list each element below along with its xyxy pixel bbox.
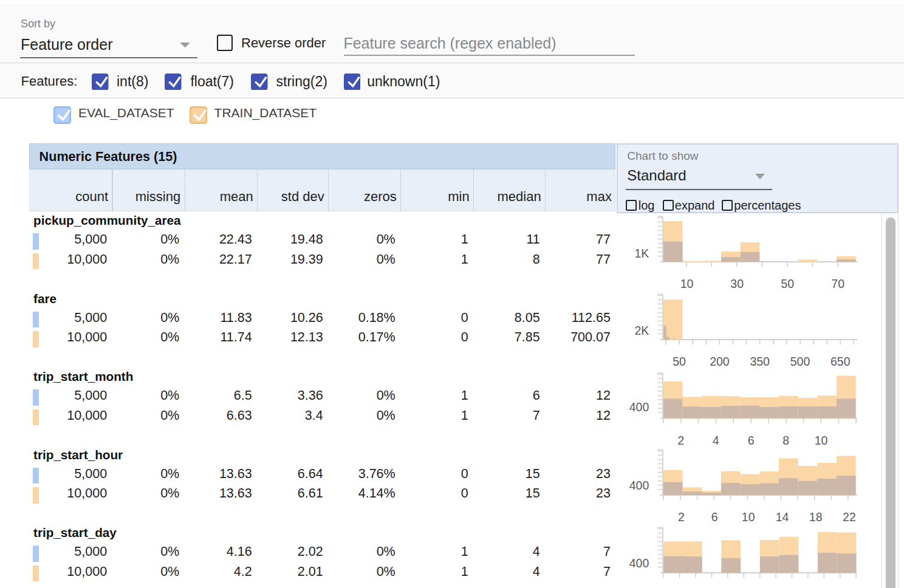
svg-text:400: 400 bbox=[629, 400, 649, 414]
svg-text:14: 14 bbox=[776, 510, 789, 524]
svg-text:10: 10 bbox=[815, 434, 828, 447]
svg-text:6: 6 bbox=[711, 510, 718, 524]
svg-text:200: 200 bbox=[710, 355, 730, 368]
svg-text:30: 30 bbox=[730, 277, 744, 290]
svg-text:18: 18 bbox=[809, 510, 823, 524]
svg-text:650: 650 bbox=[830, 355, 851, 368]
svg-text:22: 22 bbox=[843, 510, 856, 524]
svg-text:6: 6 bbox=[748, 434, 755, 447]
svg-text:2: 2 bbox=[677, 434, 684, 447]
svg-text:2K: 2K bbox=[634, 324, 649, 337]
svg-text:400: 400 bbox=[629, 556, 649, 570]
svg-text:70: 70 bbox=[831, 277, 844, 290]
svg-text:8: 8 bbox=[782, 434, 789, 447]
svg-text:400: 400 bbox=[629, 479, 649, 492]
svg-text:10: 10 bbox=[680, 277, 694, 290]
svg-text:4: 4 bbox=[713, 434, 719, 447]
svg-text:350: 350 bbox=[750, 355, 770, 368]
svg-text:50: 50 bbox=[673, 355, 686, 368]
svg-text:1K: 1K bbox=[634, 247, 649, 260]
svg-text:10: 10 bbox=[742, 510, 755, 524]
svg-text:50: 50 bbox=[781, 277, 794, 290]
svg-text:2: 2 bbox=[678, 510, 685, 524]
svg-text:500: 500 bbox=[790, 355, 810, 368]
